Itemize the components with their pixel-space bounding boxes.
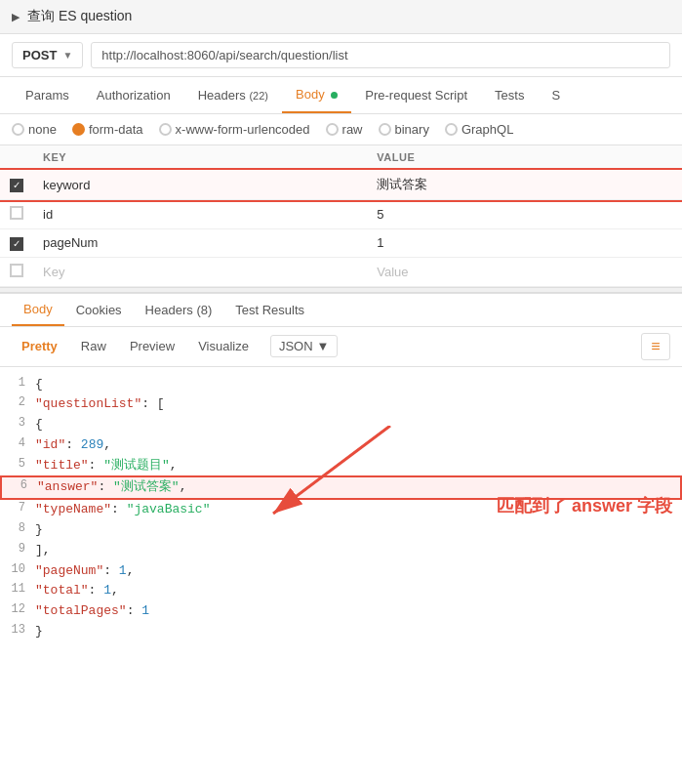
- line-number: 11: [0, 581, 35, 596]
- tab-authorization[interactable]: Authorization: [83, 78, 184, 112]
- line-number: 9: [0, 541, 35, 556]
- kv-key-0[interactable]: keyword: [33, 170, 367, 200]
- col-value-header: VALUE: [367, 145, 682, 170]
- kv-key-1[interactable]: id: [33, 200, 367, 229]
- code-line-13: 13}: [0, 622, 682, 642]
- line-number: 13: [0, 622, 35, 637]
- method-label: POST: [22, 48, 57, 62]
- kv-table: KEY VALUE keyword测试答案id5pageNum1KeyValue: [0, 145, 682, 287]
- row-check-3[interactable]: [0, 257, 33, 286]
- resp-tab-testresults[interactable]: Test Results: [223, 295, 316, 325]
- radio-urlencoded[interactable]: x-www-form-urlencoded: [159, 122, 310, 137]
- resp-tab-headers[interactable]: Headers (8): [134, 295, 224, 325]
- resp-tab-cookies[interactable]: Cookies: [64, 295, 134, 325]
- line-number: 6: [2, 477, 37, 492]
- page-header: ▶ 查询 ES question: [0, 0, 682, 34]
- response-controls: Pretty Raw Preview Visualize JSON ▼ ≡: [0, 327, 682, 367]
- radio-binary-icon: [379, 123, 391, 136]
- checkbox-empty-icon[interactable]: [10, 264, 23, 277]
- code-line-2: 2 "questionList": [: [0, 394, 682, 415]
- line-number: 2: [0, 394, 35, 409]
- row-check-2[interactable]: [0, 229, 33, 258]
- code-line-3: 3 {: [0, 415, 682, 435]
- line-number: 8: [0, 520, 35, 535]
- body-type-row: none form-data x-www-form-urlencoded raw…: [0, 114, 682, 145]
- line-content: "total": 1,: [35, 581, 682, 601]
- kv-value-3[interactable]: Value: [367, 257, 682, 286]
- resp-tab-body[interactable]: Body: [12, 294, 64, 326]
- col-key-header: KEY: [33, 145, 367, 170]
- kv-key-2[interactable]: pageNum: [33, 229, 367, 258]
- tab-prerequest[interactable]: Pre-request Script: [351, 78, 481, 112]
- line-content: {: [35, 375, 682, 395]
- collapse-arrow-icon[interactable]: ▶: [12, 11, 20, 23]
- resp-btn-visualize[interactable]: Visualize: [188, 335, 259, 357]
- kv-key-3[interactable]: Key: [33, 257, 367, 286]
- row-check-1[interactable]: [0, 200, 33, 229]
- line-content: "id": 289,: [35, 435, 682, 456]
- kv-value-0[interactable]: 测试答案: [367, 170, 682, 200]
- page-title: 查询 ES question: [27, 8, 132, 25]
- radio-formdata[interactable]: form-data: [72, 122, 143, 137]
- col-check-header: [0, 145, 33, 170]
- line-number: 12: [0, 601, 35, 616]
- annotation-text: 匹配到了 answer 字段: [497, 494, 672, 517]
- tab-settings[interactable]: S: [538, 78, 574, 112]
- format-dropdown-icon: ▼: [317, 339, 330, 353]
- method-dropdown-arrow-icon: ▼: [62, 50, 72, 61]
- radio-raw-icon: [326, 123, 339, 136]
- line-content: }: [35, 520, 682, 541]
- tab-tests[interactable]: Tests: [481, 78, 538, 112]
- code-line-10: 10 "pageNum": 1,: [0, 561, 682, 582]
- method-select[interactable]: POST ▼: [12, 42, 83, 68]
- checkbox-icon[interactable]: [10, 179, 23, 192]
- line-number: 4: [0, 435, 35, 450]
- code-line-4: 4 "id": 289,: [0, 435, 682, 456]
- radio-graphql[interactable]: GraphQL: [445, 122, 513, 137]
- body-dot-icon: [331, 92, 338, 99]
- code-line-12: 12 "totalPages": 1: [0, 601, 682, 622]
- line-number: 7: [0, 500, 35, 515]
- request-tabs-row: Params Authorization Headers (22) Body P…: [0, 77, 682, 114]
- line-content: {: [35, 415, 682, 435]
- format-label: JSON: [279, 339, 313, 353]
- radio-raw[interactable]: raw: [326, 122, 363, 137]
- radio-none-icon: [12, 123, 24, 136]
- resp-btn-preview[interactable]: Preview: [120, 335, 184, 357]
- radio-urlencoded-icon: [159, 123, 172, 136]
- line-number: 10: [0, 561, 35, 576]
- tab-params[interactable]: Params: [12, 78, 83, 112]
- line-content: }: [35, 622, 682, 642]
- line-content: "pageNum": 1,: [35, 561, 682, 582]
- tab-headers[interactable]: Headers (22): [184, 78, 282, 112]
- resp-btn-pretty[interactable]: Pretty: [12, 335, 67, 357]
- line-number: 1: [0, 375, 35, 390]
- line-number: 5: [0, 456, 35, 471]
- code-response-area: 1{2 "questionList": [3 {4 "id": 289,5 "t…: [0, 367, 682, 650]
- code-line-8: 8 }: [0, 520, 682, 541]
- kv-value-2[interactable]: 1: [367, 229, 682, 258]
- row-check-0[interactable]: [0, 170, 33, 200]
- radio-graphql-icon: [445, 123, 458, 136]
- url-bar: POST ▼: [0, 34, 682, 77]
- checkbox-icon[interactable]: [10, 237, 23, 251]
- radio-none[interactable]: none: [12, 122, 57, 137]
- code-line-1: 1{: [0, 375, 682, 395]
- kv-value-1[interactable]: 5: [367, 200, 682, 229]
- radio-binary[interactable]: binary: [379, 122, 429, 137]
- code-line-5: 5 "title": "测试题目",: [0, 456, 682, 476]
- line-content: "title": "测试题目",: [35, 456, 682, 476]
- format-select[interactable]: JSON ▼: [270, 335, 339, 357]
- checkbox-empty-icon[interactable]: [10, 206, 23, 220]
- line-content: "questionList": [: [35, 394, 682, 415]
- line-content: "totalPages": 1: [35, 601, 682, 622]
- response-tabs-row: Body Cookies Headers (8) Test Results: [0, 293, 682, 327]
- tab-body[interactable]: Body: [282, 77, 351, 113]
- resp-btn-raw[interactable]: Raw: [71, 335, 116, 357]
- wrap-toggle-icon[interactable]: ≡: [641, 333, 670, 360]
- url-input[interactable]: [91, 42, 670, 68]
- line-content: ],: [35, 541, 682, 561]
- code-line-11: 11 "total": 1,: [0, 581, 682, 601]
- line-number: 3: [0, 415, 35, 430]
- radio-formdata-icon: [72, 123, 85, 136]
